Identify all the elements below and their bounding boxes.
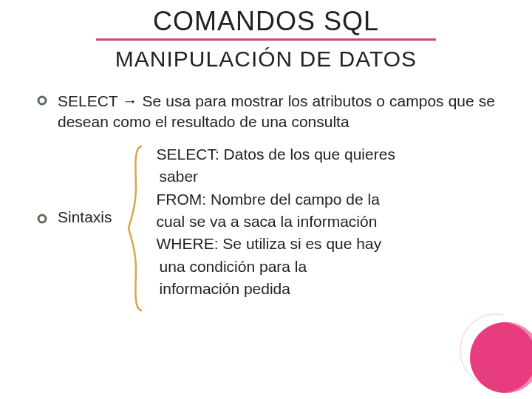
slide: COMANDOS SQL MANIPULACIÓN DE DATOS SELEC… (0, 0, 532, 399)
syntax-label: Sintaxis (58, 208, 112, 226)
bullet-item-select: SELECT → Se usa para mostrar los atribut… (37, 91, 495, 133)
slide-subtitle: MANIPULACIÓN DE DATOS (30, 47, 502, 72)
svg-point-0 (38, 97, 46, 104)
syntax-left: Sintaxis (37, 143, 127, 226)
arrow-icon: → (122, 92, 137, 109)
syntax-line: una condición para la (157, 256, 395, 278)
curly-brace-icon (127, 143, 146, 313)
slide-title: COMANDOS SQL (96, 6, 436, 41)
ring-bullet-icon (37, 95, 47, 106)
ring-bullet-icon (37, 214, 47, 224)
syntax-line: WHERE: Se utiliza si es que hay (157, 233, 395, 255)
syntax-row: Sintaxis SELECT: Datos de los que quiere… (37, 143, 495, 313)
syntax-block: SELECT: Datos de los que quieres saber F… (154, 143, 395, 301)
decorative-circle (470, 322, 532, 393)
syntax-line: SELECT: Datos de los que quieres (157, 143, 395, 166)
syntax-line: saber (157, 166, 395, 188)
syntax-line: información pedida (157, 278, 395, 300)
keyword-select: SELECT (58, 92, 117, 109)
syntax-line: cual se va a saca la información (157, 211, 395, 233)
syntax-line: FROM: Nombre del campo de la (157, 188, 395, 211)
bullet-text: SELECT → Se usa para mostrar los atribut… (58, 91, 495, 133)
content-area: SELECT → Se usa para mostrar los atribut… (30, 91, 502, 313)
svg-point-1 (38, 215, 46, 222)
